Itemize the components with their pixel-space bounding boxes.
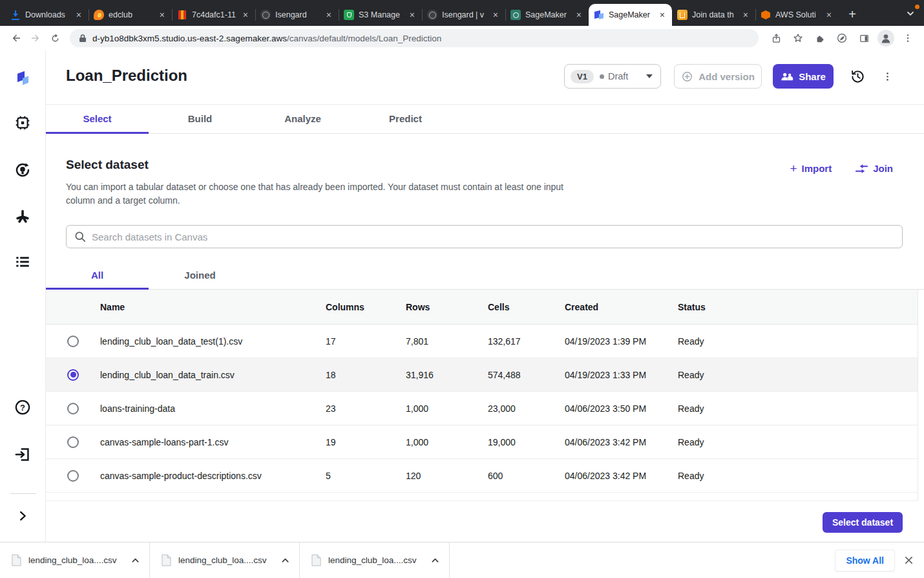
tab-title: SageMaker bbox=[609, 10, 653, 19]
dataset-status: Ready bbox=[678, 370, 918, 380]
help-icon[interactable]: ? bbox=[14, 399, 32, 419]
table-row[interactable]: canvas-sample-product-descriptions.csv 5… bbox=[46, 459, 918, 493]
browser-tab[interactable]: SageMaker × bbox=[589, 4, 672, 26]
svg-text:?: ? bbox=[20, 403, 25, 412]
table-end-strip bbox=[46, 493, 918, 501]
browser-tab[interactable]: SageMaker × bbox=[505, 4, 589, 26]
close-downloads-icon[interactable] bbox=[904, 555, 914, 565]
add-version-button[interactable]: Add version bbox=[674, 64, 762, 89]
col-header-rows: Rows bbox=[406, 302, 488, 312]
dataset-radio[interactable] bbox=[67, 436, 79, 448]
chevron-up-icon[interactable] bbox=[280, 556, 290, 564]
table-row[interactable]: canvas-sample-loans-part-1.csv 19 1,000 … bbox=[46, 425, 918, 459]
kebab-icon bbox=[903, 33, 913, 43]
step-tab[interactable]: Select bbox=[46, 105, 149, 133]
browser-tab-strip: Downloads × edclub × 7c4dafc1-11 × Iseng… bbox=[0, 0, 924, 26]
dataset-columns: 5 bbox=[326, 471, 406, 481]
dataset-name: lending_club_loan_data_train.csv bbox=[100, 370, 326, 380]
dataset-radio[interactable] bbox=[67, 336, 79, 347]
tab-close-icon[interactable]: × bbox=[824, 10, 834, 20]
expand-sidebar-icon[interactable] bbox=[16, 509, 30, 526]
filter-tab[interactable]: Joined bbox=[149, 262, 251, 289]
app-sidebar: ? bbox=[0, 50, 46, 542]
tab-close-icon[interactable]: × bbox=[574, 10, 583, 20]
tab-favicon-icon bbox=[10, 10, 21, 20]
dataset-created: 04/19/2023 1:39 PM bbox=[565, 336, 678, 347]
back-button[interactable] bbox=[6, 28, 26, 48]
table-row[interactable]: lending_club_loan_data_test(1).csv 17 7,… bbox=[46, 325, 918, 358]
version-dropdown[interactable]: V1 Draft bbox=[564, 64, 661, 89]
dataset-radio[interactable] bbox=[67, 470, 79, 482]
tab-close-icon[interactable]: × bbox=[408, 10, 417, 20]
step-tab[interactable]: Build bbox=[149, 105, 251, 133]
version-history-button[interactable] bbox=[850, 69, 865, 84]
browser-tab[interactable]: Isengard | v × bbox=[422, 4, 505, 26]
new-tab-button[interactable]: + bbox=[843, 5, 862, 24]
canvas-logo-icon[interactable] bbox=[14, 69, 32, 89]
chevron-up-icon[interactable] bbox=[131, 556, 140, 564]
bookmark-button[interactable] bbox=[788, 28, 808, 48]
forward-arrow-icon bbox=[30, 32, 41, 44]
browser-tab[interactable]: Isengard × bbox=[255, 4, 339, 26]
select-dataset-button[interactable]: Select dataset bbox=[823, 512, 903, 533]
chevron-up-icon[interactable] bbox=[430, 556, 440, 564]
extension-leaf-button[interactable] bbox=[832, 28, 852, 48]
tab-close-icon[interactable]: × bbox=[741, 10, 750, 20]
dataset-name: loans-training-data bbox=[100, 403, 326, 414]
share-page-button[interactable] bbox=[766, 28, 786, 48]
browser-tab[interactable]: edclub × bbox=[89, 4, 172, 26]
reload-button[interactable] bbox=[45, 28, 65, 48]
automations-icon[interactable] bbox=[14, 208, 32, 228]
header-menu-button[interactable] bbox=[882, 71, 893, 82]
show-all-button[interactable]: Show All bbox=[835, 550, 895, 572]
download-item[interactable]: lending_club_loa....csv bbox=[0, 542, 150, 578]
browser-menu-button[interactable] bbox=[898, 28, 918, 48]
tab-close-icon[interactable]: × bbox=[74, 10, 83, 20]
download-item[interactable]: lending_club_loa....csv bbox=[150, 542, 300, 578]
col-header-created: Created bbox=[565, 302, 678, 312]
dataset-radio[interactable] bbox=[67, 369, 79, 381]
extensions-button[interactable] bbox=[810, 28, 830, 48]
people-icon bbox=[781, 72, 793, 81]
table-row[interactable]: loans-training-data 23 1,000 23,000 04/0… bbox=[46, 392, 918, 425]
dataset-search[interactable] bbox=[66, 225, 903, 248]
browser-tab[interactable]: AWS Soluti × bbox=[755, 4, 839, 26]
side-panel-button[interactable] bbox=[854, 28, 874, 48]
version-status: Draft bbox=[608, 71, 628, 81]
logout-icon[interactable] bbox=[14, 446, 32, 466]
step-tab[interactable]: Predict bbox=[354, 105, 457, 133]
download-item[interactable]: lending_club_loa....csv bbox=[300, 542, 450, 578]
step-tab[interactable]: Analyze bbox=[251, 105, 354, 133]
tab-favicon-icon bbox=[427, 10, 437, 20]
import-button[interactable]: + Import bbox=[790, 162, 832, 175]
browser-tab[interactable]: Downloads × bbox=[5, 4, 89, 26]
tab-favicon-icon bbox=[677, 10, 688, 20]
browser-tab[interactable]: S3 Manage × bbox=[339, 4, 422, 26]
chevron-down-icon bbox=[646, 74, 653, 78]
forward-button[interactable] bbox=[26, 28, 45, 48]
filter-tab[interactable]: All bbox=[46, 262, 149, 289]
tab-close-icon[interactable]: × bbox=[491, 10, 500, 20]
list-icon[interactable] bbox=[14, 253, 31, 273]
tab-close-icon[interactable]: × bbox=[241, 10, 250, 20]
browser-tab[interactable]: 7c4dafc1-11 × bbox=[172, 4, 255, 26]
models-chip-icon[interactable] bbox=[14, 114, 31, 134]
profile-button[interactable] bbox=[876, 28, 896, 48]
join-button[interactable]: Join bbox=[855, 162, 893, 175]
search-input[interactable] bbox=[92, 231, 894, 242]
tab-close-icon[interactable]: × bbox=[158, 10, 167, 20]
table-row[interactable]: lending_club_loan_data_train.csv 18 31,9… bbox=[46, 358, 918, 392]
ready-models-icon[interactable] bbox=[14, 162, 32, 182]
browser-tab[interactable]: Join data th × bbox=[672, 4, 755, 26]
dataset-cells: 23,000 bbox=[488, 403, 565, 414]
share-button[interactable]: Share bbox=[773, 64, 834, 89]
url-bar[interactable]: d-yb1o8dbk3xm5.studio.us-east-2.sagemake… bbox=[70, 29, 759, 47]
dataset-radio[interactable] bbox=[67, 403, 79, 414]
dataset-filter-tabs: All Joined bbox=[46, 262, 924, 290]
page-title: Loan_Prediction bbox=[66, 67, 187, 85]
tab-close-icon[interactable]: × bbox=[658, 10, 667, 20]
tab-search-button[interactable] bbox=[906, 9, 915, 21]
tab-close-icon[interactable]: × bbox=[324, 10, 333, 20]
col-header-cells: Cells bbox=[488, 302, 565, 312]
col-header-name: Name bbox=[100, 302, 326, 312]
